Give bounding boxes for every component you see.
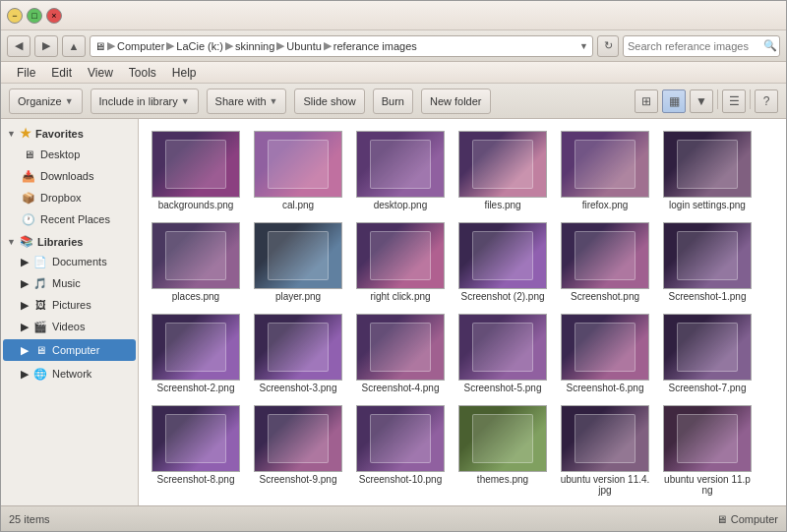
thumb-inner — [664, 132, 751, 197]
menu-bar: File Edit View Tools Help — [1, 62, 786, 84]
window: − □ × ◀ ▶ ▲ 🖥 ▶ Computer ▶ LaCie (k:) ▶ … — [0, 0, 787, 532]
view-extra-button[interactable]: ⊞ — [635, 89, 658, 113]
file-item[interactable]: backgrounds.png — [147, 127, 245, 214]
breadcrumb-lacie[interactable]: LaCie (k:) — [176, 40, 223, 52]
file-item[interactable]: Screenshot (2).png — [454, 218, 552, 306]
menu-help[interactable]: Help — [164, 64, 205, 82]
breadcrumb-current[interactable]: referance images — [333, 40, 417, 52]
up-button[interactable]: ▲ — [62, 35, 86, 57]
close-button[interactable]: × — [46, 8, 62, 24]
file-thumbnail — [561, 131, 649, 198]
file-name: Screenshot-2.png — [157, 383, 235, 393]
file-item[interactable]: Screenshot-3.png — [249, 310, 347, 397]
file-item[interactable]: Screenshot-5.png — [454, 310, 552, 397]
title-bar: − □ × — [1, 1, 786, 30]
minimize-button[interactable]: − — [7, 8, 23, 24]
search-input[interactable] — [628, 40, 763, 52]
sidebar-item-pictures[interactable]: ▶ 🖼 Pictures — [3, 294, 136, 316]
videos-icon: 🎬 — [32, 319, 48, 334]
file-item[interactable]: Screenshot-6.png — [556, 310, 654, 397]
favorites-header[interactable]: ▼ ★ Favorites — [1, 123, 138, 144]
file-item[interactable]: player.png — [249, 218, 347, 306]
file-item[interactable]: login settings.png — [658, 127, 757, 214]
file-item[interactable]: files.png — [454, 127, 552, 214]
file-item[interactable]: firefox.png — [556, 127, 654, 214]
search-icon[interactable]: 🔍 — [763, 39, 777, 52]
computer-label: Computer — [52, 344, 99, 356]
file-item[interactable]: ubuntu version 11.4.jpg — [556, 401, 654, 500]
file-thumbnail — [458, 405, 547, 472]
file-thumbnail — [458, 222, 547, 289]
share-with-button[interactable]: Share with ▼ — [207, 89, 287, 114]
sidebar-item-desktop[interactable]: 🖥 Desktop — [3, 144, 136, 165]
thumb-inner — [459, 132, 546, 197]
thumb-inner — [562, 315, 648, 380]
menu-view[interactable]: View — [80, 64, 121, 82]
back-button[interactable]: ◀ — [7, 35, 30, 57]
breadcrumb-dropdown[interactable]: ▼ — [579, 41, 588, 51]
file-item[interactable]: Screenshot.png — [556, 218, 654, 306]
file-item[interactable]: Screenshot-9.png — [249, 401, 347, 500]
network-expand-icon: ▶ — [21, 368, 29, 381]
file-item[interactable]: Screenshot-4.png — [351, 310, 450, 397]
desktop-icon: 🖥 — [21, 147, 36, 162]
file-item[interactable]: places.png — [147, 218, 245, 306]
file-name: ubuntu version 11.png — [662, 474, 753, 496]
help-button[interactable]: ? — [755, 89, 778, 113]
file-item[interactable]: Screenshot-7.png — [658, 310, 757, 397]
new-folder-label: New folder — [430, 95, 482, 107]
refresh-button[interactable]: ↻ — [597, 35, 619, 57]
thumb-screen — [472, 231, 533, 280]
include-library-button[interactable]: Include in library ▼ — [91, 89, 199, 114]
file-item[interactable]: Screenshot-10.png — [351, 401, 450, 500]
slideshow-button[interactable]: Slide show — [294, 89, 364, 114]
file-name: Screenshot-9.png — [260, 474, 337, 485]
breadcrumb-skinning[interactable]: skinning — [235, 40, 274, 52]
computer-status-icon: 🖥 Computer — [716, 513, 778, 525]
thumb-inner — [562, 132, 648, 197]
forward-button[interactable]: ▶ — [34, 35, 58, 57]
file-thumbnail — [663, 314, 752, 381]
view-dropdown-button[interactable]: ▼ — [690, 89, 713, 113]
view-medium-icons-button[interactable]: ▦ — [662, 89, 686, 113]
sidebar-item-downloads[interactable]: 📥 Downloads — [3, 165, 136, 187]
file-thumbnail — [561, 405, 649, 472]
view-details-button[interactable]: ☰ — [722, 89, 746, 113]
burn-button[interactable]: Burn — [373, 89, 413, 114]
file-item[interactable]: Screenshot-2.png — [147, 310, 245, 397]
include-library-label: Include in library — [99, 95, 178, 107]
downloads-icon: 📥 — [21, 168, 36, 184]
file-item[interactable]: desktop.png — [351, 127, 450, 214]
file-item[interactable]: ubuntu version 11.png — [658, 401, 757, 500]
organize-button[interactable]: Organize ▼ — [9, 89, 83, 114]
breadcrumb-ubuntu[interactable]: Ubuntu — [286, 40, 321, 52]
file-name: Screenshot-5.png — [464, 383, 542, 393]
file-item[interactable]: themes.png — [454, 401, 552, 500]
sidebar-item-documents[interactable]: ▶ 📄 Documents — [3, 251, 136, 272]
sidebar-item-recent[interactable]: 🕐 Recent Places — [3, 208, 136, 230]
search-bar[interactable]: 🔍 — [623, 35, 780, 57]
maximize-button[interactable]: □ — [27, 8, 42, 24]
file-thumbnail — [151, 131, 240, 198]
file-name: backgrounds.png — [158, 200, 234, 210]
sidebar-item-computer[interactable]: ▶ 🖥 Computer — [3, 339, 136, 361]
sidebar-item-dropbox[interactable]: 📦 Dropbox — [3, 187, 136, 208]
new-folder-button[interactable]: New folder — [421, 89, 491, 114]
file-item[interactable]: Screenshot-8.png — [147, 401, 245, 500]
breadcrumb-computer[interactable]: Computer — [117, 40, 164, 52]
file-item[interactable]: Screenshot-1.png — [658, 218, 757, 306]
file-name: files.png — [484, 200, 520, 210]
file-name: firefox.png — [582, 200, 629, 210]
file-item[interactable]: cal.png — [249, 127, 347, 214]
file-item[interactable]: right click.png — [351, 218, 450, 306]
libraries-header[interactable]: ▼ 📚 Libraries — [1, 232, 138, 251]
sidebar-item-videos[interactable]: ▶ 🎬 Videos — [3, 316, 136, 337]
thumb-screen — [472, 414, 533, 463]
breadcrumb[interactable]: 🖥 ▶ Computer ▶ LaCie (k:) ▶ skinning ▶ U… — [90, 35, 593, 57]
sidebar-item-network[interactable]: ▶ 🌐 Network — [3, 363, 136, 384]
sidebar-item-music[interactable]: ▶ 🎵 Music — [3, 272, 136, 294]
menu-edit[interactable]: Edit — [43, 64, 80, 82]
menu-tools[interactable]: Tools — [121, 64, 164, 82]
thumb-inner — [664, 315, 751, 380]
menu-file[interactable]: File — [9, 64, 43, 82]
